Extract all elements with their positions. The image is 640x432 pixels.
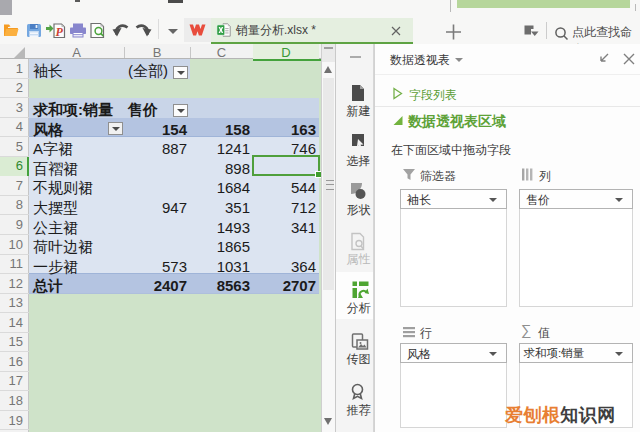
svg-text:P: P [56, 25, 64, 39]
